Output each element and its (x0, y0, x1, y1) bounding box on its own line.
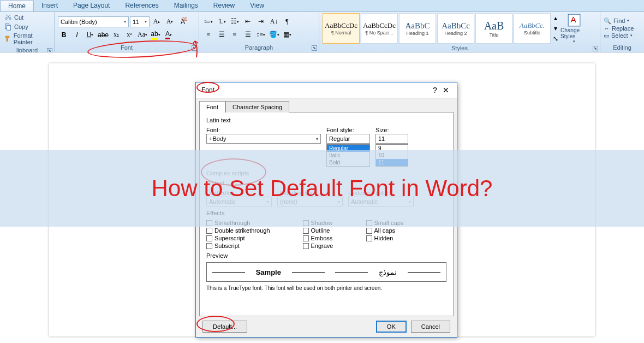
copy-button[interactable]: Copy (3, 22, 51, 31)
align-right-button[interactable]: ≡ (229, 29, 241, 41)
group-label-editing: Editing (600, 44, 644, 52)
styles-down[interactable]: ▾ (552, 23, 559, 33)
select-button[interactable]: ▭Select▾ (604, 32, 634, 39)
tab-insert[interactable]: Insert (34, 0, 65, 11)
tab-review[interactable]: Review (206, 0, 242, 11)
latin-header: Latin text (206, 117, 446, 123)
format-painter-button[interactable]: Format Painter (3, 32, 51, 46)
style-nospacing[interactable]: AaBbCcDc¶ No Spaci... (361, 13, 398, 44)
strike-button[interactable]: abe (97, 29, 109, 41)
tab-view[interactable]: View (242, 0, 272, 11)
overlay-band: How to Set Default Font in Word? (0, 150, 644, 227)
chk-engrave[interactable]: Engrave (303, 243, 333, 249)
svg-rect-1 (7, 25, 10, 30)
outdent-button[interactable]: ⇤ (242, 16, 254, 28)
paragraph-launcher[interactable]: ⬊ (312, 45, 317, 51)
brush-icon (4, 35, 11, 43)
chk-super[interactable]: Superscript (206, 235, 270, 241)
shading-button[interactable]: 🪣▾ (268, 29, 280, 41)
group-editing: 🔍Find▾ ↔Replace ▭Select▾ Editing (600, 12, 644, 52)
preview-note: This is a TrueType font. This font will … (206, 285, 446, 291)
dialog-tab-font[interactable]: Font (199, 101, 225, 113)
style-heading2[interactable]: AaBbCcHeading 2 (437, 13, 474, 44)
change-styles-button[interactable]: A Change Styles▾ (560, 13, 588, 44)
indent-button[interactable]: ⇥ (255, 16, 267, 28)
change-styles-icon: A (567, 13, 581, 27)
replace-button[interactable]: ↔Replace (604, 25, 634, 32)
group-paragraph: ≔▾ ⒈▾ ☷▾ ⇤ ⇥ A↓ ¶ ≡ ☰ ≡ ☰ ↕≡▾ 🪣▾ ▦▾ (199, 12, 319, 52)
tab-home[interactable]: Home (0, 0, 34, 11)
style-heading1[interactable]: AaBbCHeading 1 (399, 13, 436, 44)
tab-references[interactable]: References (117, 0, 166, 11)
find-button[interactable]: 🔍Find▾ (604, 17, 634, 25)
size-label: Size: (375, 127, 408, 133)
find-icon: 🔍 (604, 17, 611, 25)
italic-button[interactable]: I (71, 29, 83, 41)
font-input[interactable]: +Body▾ (206, 134, 321, 144)
select-icon: ▭ (604, 32, 609, 39)
borders-button[interactable]: ▦▾ (281, 29, 293, 41)
group-clipboard: Cut Copy Format Painter lipboard⬊ (0, 12, 55, 52)
font-size-combo[interactable]: 11▾ (130, 16, 150, 27)
dialog-help[interactable]: ? (430, 86, 440, 94)
annotation-default-circle (196, 316, 235, 332)
group-label-styles: Styles⬊ (319, 45, 600, 52)
tab-page-layout[interactable]: Page Layout (65, 0, 117, 11)
styles-launcher[interactable]: ⬊ (593, 46, 598, 51)
style-label: Font style: (326, 127, 370, 133)
highlight-button[interactable]: ab▾ (150, 29, 162, 41)
numbering-button[interactable]: ⒈▾ (216, 16, 228, 28)
overlay-text: How to Set Default Font in Word? (152, 175, 493, 202)
tab-mailings[interactable]: Mailings (166, 0, 206, 11)
styles-up[interactable]: ▴ (552, 13, 559, 23)
underline-button[interactable]: U▾ (84, 29, 96, 41)
cut-button[interactable]: Cut (3, 13, 51, 22)
dialog-close[interactable]: ✕ (440, 86, 451, 94)
grow-font-button[interactable]: A▴ (151, 16, 163, 28)
multilevel-button[interactable]: ☷▾ (229, 16, 241, 28)
chk-emboss[interactable]: Emboss (303, 235, 333, 241)
styles-more[interactable]: ⤡ (552, 34, 559, 44)
font-label: Font: (206, 127, 321, 133)
chk-dstrike[interactable]: Double strikethrough (206, 227, 270, 234)
cancel-button[interactable]: Cancel (411, 321, 450, 333)
show-marks-button[interactable]: ¶ (281, 16, 293, 28)
replace-icon: ↔ (604, 25, 610, 32)
preview-header: Preview (206, 252, 446, 259)
preview-box: Sample نموذج (206, 262, 446, 282)
superscript-button[interactable]: x² (123, 29, 135, 41)
font-color-button[interactable]: A▾ (163, 29, 175, 41)
sort-button[interactable]: A↓ (268, 16, 280, 28)
style-title[interactable]: AaBTitle (475, 13, 512, 44)
chk-outline[interactable]: Outline (303, 227, 333, 234)
svg-text:A: A (571, 15, 577, 24)
justify-button[interactable]: ☰ (242, 29, 254, 41)
scissors-icon (4, 14, 12, 21)
annotation-arrow (188, 38, 205, 60)
style-input[interactable]: Regular (326, 134, 370, 144)
dialog-tab-spacing[interactable]: Character Spacing (225, 101, 289, 113)
ok-button[interactable]: OK (376, 321, 407, 333)
copy-icon (4, 23, 12, 31)
subscript-button[interactable]: x₂ (110, 29, 122, 41)
dialog-title: Font (201, 86, 430, 94)
change-case-button[interactable]: Aa▾ (136, 29, 148, 41)
ribbon-tabs: Home Insert Page Layout References Maili… (0, 0, 644, 12)
align-center-button[interactable]: ☰ (216, 29, 228, 41)
style-normal[interactable]: AaBbCcDc¶ Normal (323, 13, 360, 44)
bold-button[interactable]: B (58, 29, 70, 41)
chk-sub[interactable]: Subscript (206, 243, 270, 249)
style-subtitle[interactable]: AaBbCc.Subtitle (514, 13, 551, 44)
chk-hidden[interactable]: Hidden (366, 235, 404, 241)
bullets-button[interactable]: ≔▾ (202, 16, 214, 28)
annotation-title-circle (196, 82, 219, 93)
group-styles: AaBbCcDc¶ Normal AaBbCcDc¶ No Spaci... A… (319, 12, 600, 52)
shrink-font-button[interactable]: A▾ (164, 16, 176, 28)
chk-allcaps[interactable]: All caps (366, 227, 404, 234)
clear-format-button[interactable]: A⌫ (177, 16, 189, 28)
group-label-paragraph: Paragraph⬊ (199, 44, 319, 52)
font-name-combo[interactable]: Calibri (Body)▾ (58, 16, 129, 27)
size-input[interactable]: 11 (375, 134, 408, 144)
line-spacing-button[interactable]: ↕≡▾ (255, 29, 267, 41)
